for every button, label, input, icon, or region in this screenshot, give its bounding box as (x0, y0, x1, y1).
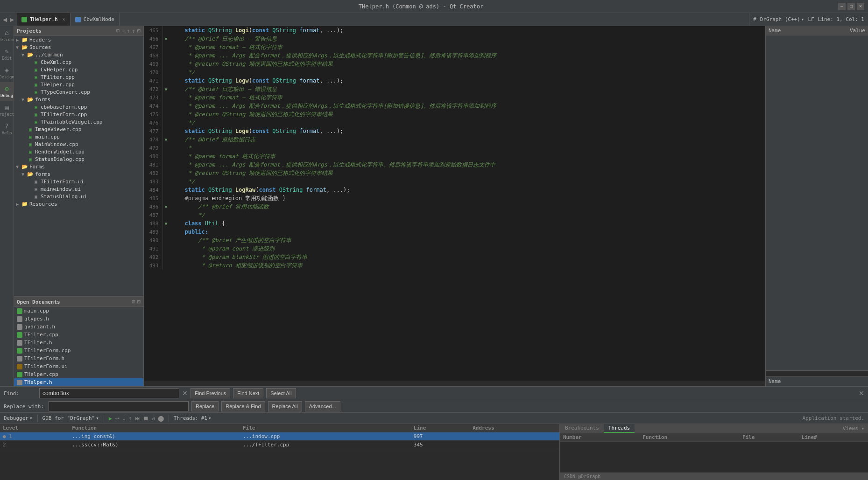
find-clear-button[interactable]: ✕ (182, 390, 188, 397)
debug-run-icon[interactable]: ▶ (109, 415, 112, 422)
tab-next-button[interactable]: ▶ (9, 15, 15, 24)
right-panel-scrollbar[interactable] (766, 370, 868, 376)
doc-item-tfilterform-cpp[interactable]: TFilterForm.cpp (14, 347, 143, 355)
tree-item-thelper-cpp[interactable]: ▣ THelper.cpp (14, 81, 143, 88)
doc-item-qvariant[interactable]: qvariant.h (14, 323, 143, 331)
language-dropdown[interactable]: DrGraph (C++) ▾ (760, 16, 804, 22)
doc-item-thelper-cpp[interactable]: THelper.cpp (14, 370, 143, 378)
sidebar-icon-5[interactable]: ⊡ (137, 28, 141, 34)
tree-item-tfilterform-ui[interactable]: ▣ TFilterForm.ui (14, 178, 143, 185)
find-prev-button[interactable]: Find Previous (191, 388, 230, 398)
sidebar: Projects ⊞ ≡ ↑ ↕ ⊡ ▶ 📁 Headers ▼ 📂 Sourc (14, 26, 144, 386)
debug-step-in-icon[interactable]: ↓ (122, 415, 126, 422)
open-docs-icon2[interactable]: ⊡ (137, 299, 141, 305)
table-row: 471 static QString Logw(const QString fo… (144, 77, 765, 85)
sidebar-item-projects[interactable]: ▤ Projects (0, 101, 14, 119)
stack-row-1[interactable]: ● 1 ...ing const&) ...indow.cpp 997 (0, 432, 559, 441)
line-arrow (162, 186, 169, 194)
tree-item-sources[interactable]: ▼ 📂 Sources (14, 43, 143, 51)
renderwidget-label: RenderWidget.cpp (35, 149, 85, 155)
thread-dropdown[interactable]: #1 ▾ (201, 415, 212, 421)
breakpoints-tab[interactable]: Breakpoints (560, 424, 604, 433)
tab-prev-button[interactable]: ◀ (2, 15, 8, 24)
tree-item-imageviewer[interactable]: ▣ ImageViewer.cpp (14, 125, 143, 133)
tab-cbwxmlnode[interactable]: CbwXmlNode (71, 13, 120, 26)
tree-item-forms-folder[interactable]: ▼ 📂 Forms (14, 163, 143, 170)
tree-item-ttypeconvert[interactable]: ▣ TTypeConvert.cpp (14, 88, 143, 96)
sidebar-icon-4[interactable]: ↕ (132, 28, 135, 34)
debug-step-out-icon[interactable]: ↑ (128, 415, 132, 422)
tree-item-mainwindow-ui[interactable]: ▣ mainwindow.ui (14, 185, 143, 193)
maximize-button[interactable]: □ (847, 3, 855, 10)
tree-item-headers[interactable]: ▶ 📁 Headers (14, 36, 143, 43)
tree-item-cvhelper[interactable]: ▣ CvHelper.cpp (14, 66, 143, 73)
tree-item-mainwindow-cpp[interactable]: ▣ MainWindow.cpp (14, 140, 143, 148)
replace-find-button[interactable]: Replace & Find (221, 401, 265, 411)
threads-tab[interactable]: Threads (604, 424, 635, 433)
debugger-dropdown[interactable]: Debugger ▾ (4, 415, 33, 421)
replace-all-button[interactable]: Replace All (268, 401, 302, 411)
tree-item-forms-src[interactable]: ▼ 📂 forms (14, 96, 143, 103)
stack-level-2: 2 (0, 441, 69, 449)
sidebar-item-welcome[interactable]: ⌂ Welcome (0, 26, 14, 45)
sidebar-item-edit[interactable]: ✎ Edit (0, 45, 14, 63)
line-number: 478 (144, 135, 162, 144)
forms-sub-folder-icon: 📂 (27, 171, 34, 177)
table-row: 489 public: (144, 228, 765, 236)
doc-item-tfilter-h[interactable]: TFilter.h (14, 339, 143, 347)
replace-input[interactable] (49, 401, 189, 411)
code-content[interactable]: 465 static QString Logi(const QString fo… (144, 26, 765, 381)
sidebar-item-design[interactable]: ◈ Design (0, 63, 14, 82)
line-number: 469 (144, 60, 162, 68)
tree-item-renderwidget[interactable]: ▣ RenderWidget.cpp (14, 148, 143, 155)
sidebar-item-help[interactable]: ? Help (0, 119, 14, 138)
tree-item-cbwbaseform[interactable]: ▣ cbwbaseform.cpp (14, 103, 143, 111)
line-number: 465 (144, 26, 162, 35)
tree-item-main-cpp[interactable]: ▣ main.cpp (14, 133, 143, 140)
tree-item-tpaintable[interactable]: ▣ TPaintableWidget.cpp (14, 118, 143, 125)
tree-item-resources[interactable]: ▶ 📁 Resources (14, 200, 143, 208)
sources-folder-icon: 📂 (21, 44, 28, 50)
sidebar-item-debug[interactable]: ⚙ Debug (0, 82, 14, 101)
views-button[interactable]: Views ▾ (839, 424, 868, 432)
doc-icon-qvariant (17, 324, 22, 330)
tab-icon-thelper (21, 17, 27, 22)
sidebar-icon-1[interactable]: ⊞ (116, 28, 120, 34)
find-close-button[interactable]: ✕ (859, 390, 864, 397)
debug-continue-icon[interactable]: ⏭ (135, 415, 141, 422)
advanced-button[interactable]: Advanced... (305, 401, 340, 411)
tree-item-tfilterform-cpp[interactable]: ▣ TFilterForm.cpp (14, 111, 143, 118)
debug-reset-icon[interactable]: ↺ (152, 415, 155, 422)
doc-item-main-cpp[interactable]: main.cpp (14, 307, 143, 315)
tree-item-cbwxml[interactable]: ▣ CbwXml.cpp (14, 58, 143, 66)
replace-button[interactable]: Replace (191, 401, 219, 411)
debug-breakpoint-icon[interactable]: ⬤ (158, 415, 164, 422)
find-next-button[interactable]: Find Next (233, 388, 263, 398)
tree-item-statusdialog-ui[interactable]: ▣ StatusDialog.ui (14, 193, 143, 200)
doc-item-tfilterform-h[interactable]: TFilterForm.h (14, 355, 143, 362)
find-input[interactable] (39, 388, 179, 398)
doc-item-qtypes[interactable]: qtypes.h (14, 315, 143, 323)
tab-thelper-h[interactable]: THelper.h × (17, 13, 71, 26)
tab-close-thelper[interactable]: × (63, 17, 65, 22)
tree-item-tfilter-cpp[interactable]: ▣ TFilter.cpp (14, 73, 143, 81)
sidebar-icon-2[interactable]: ≡ (121, 28, 125, 34)
doc-item-tfilter-cpp[interactable]: TFilter.cpp (14, 331, 143, 339)
tree-item-statusdialog-cpp[interactable]: ▣ StatusDialog.cpp (14, 155, 143, 163)
doc-item-tfilterform-ui[interactable]: TFilterForm.ui (14, 362, 143, 370)
debug-stop-icon[interactable]: ⏹ (143, 415, 149, 422)
code-scrollbar-h[interactable] (144, 381, 765, 386)
debug-step-over-icon[interactable]: ⤻ (115, 415, 120, 422)
design-icon: ◈ (5, 66, 8, 74)
tree-item-common[interactable]: ▼ 📂 ../Common (14, 51, 143, 58)
sidebar-icon-3[interactable]: ↑ (127, 28, 130, 34)
select-all-button[interactable]: Select All (266, 388, 296, 398)
open-docs-icon1[interactable]: ⊞ (132, 299, 135, 305)
minimize-button[interactable]: − (838, 3, 846, 10)
stack-row-2[interactable]: 2 ...ss(cv::Mat&) .../TFilter.cpp 345 (0, 441, 559, 449)
gdb-dropdown[interactable]: GDB for "DrGraph" ▾ (42, 415, 99, 421)
edit-icon: ✎ (5, 48, 8, 55)
doc-item-thelper-h[interactable]: THelper.h (14, 378, 143, 386)
close-button[interactable]: × (857, 3, 864, 10)
tree-item-forms-sub[interactable]: ▼ 📂 forms (14, 170, 143, 178)
